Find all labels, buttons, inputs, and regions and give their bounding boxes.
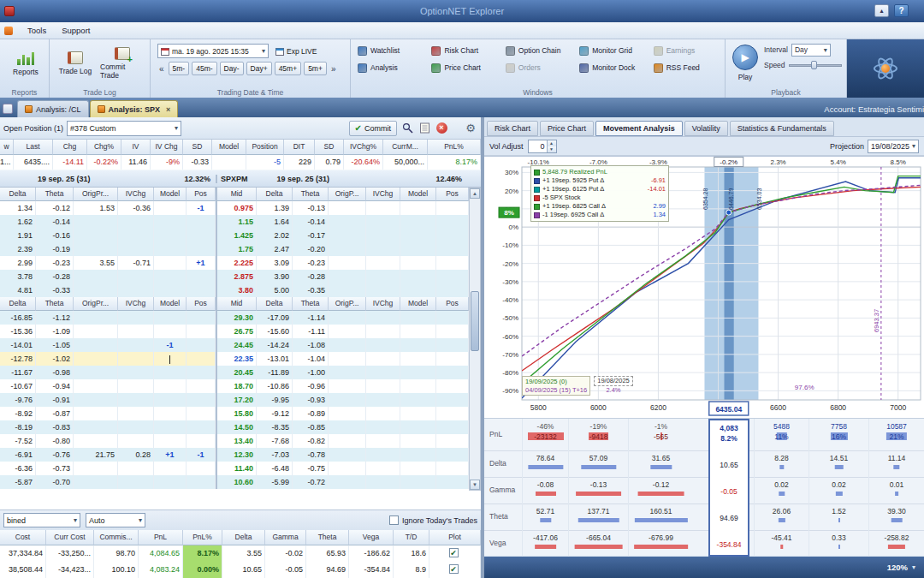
chain-cell-r: -0.23 <box>293 256 329 270</box>
tab-volatility[interactable]: Volatility <box>684 121 728 136</box>
chain-row-call-0[interactable]: 1.34-0.121.53-0.36-10.9751.39-0.13 <box>0 201 481 215</box>
chain-row-put-3[interactable]: -12.78-1.0222.35-13.01-1.04 <box>0 352 481 366</box>
current-greek-value-3: -0.05 <box>710 486 748 497</box>
chain-row-call-4[interactable]: 2.99-0.233.55-0.71+12.2253.09-0.23 <box>0 256 481 270</box>
chain-row-put-12[interactable]: -5.87-0.7010.60-5.99-0.72 <box>0 475 481 489</box>
tab-close-icon[interactable]: × <box>166 105 170 114</box>
summary-header-row: wLastChgChg%IVIV ChgSDModelPositionDITSD… <box>0 140 481 155</box>
title-bar: OptionNET Explorer ▴ ? <box>0 0 924 22</box>
time-nav-day[interactable]: Day- <box>220 62 244 75</box>
position-preset-dropdown[interactable]: #378 Custom ▾ <box>67 121 181 136</box>
chain-mid-cell: 0.975 <box>216 201 257 215</box>
chain-cell: -0.28 <box>36 270 74 283</box>
tabstrip-menu-icon[interactable] <box>3 104 13 114</box>
commit-button[interactable]: ✔ Commit <box>349 121 397 136</box>
greek-bar <box>779 492 785 496</box>
menu-support[interactable]: Support <box>54 23 98 38</box>
chain-row-put-0[interactable]: -16.85-1.1229.30-17.09-1.14 <box>0 311 481 325</box>
current-date-box: 19/08/2025 <box>594 376 633 386</box>
window-toggle-price-chart[interactable]: Price Chart <box>428 59 499 76</box>
window-toggle-risk-chart[interactable]: Risk Chart <box>428 42 499 59</box>
chain-row-put-2[interactable]: -14.01-1.05-124.45-14.24-1.08 <box>0 338 481 352</box>
settings-gear-icon[interactable]: ⚙ <box>464 122 477 135</box>
exp-live-button[interactable]: Exp LIVE <box>271 44 321 58</box>
nav-rewind-icon[interactable]: « <box>157 64 166 74</box>
tab-price-chart[interactable]: Price Chart <box>540 121 594 136</box>
projection-date-dropdown[interactable]: 19/08/2025 ▾ <box>868 140 919 153</box>
legend-text: +1 19sep. 6825 Call Δ <box>542 202 650 211</box>
scroll-thumb[interactable] <box>471 291 479 351</box>
commit-trade-button[interactable]: Commit Trade <box>100 42 145 85</box>
theta-value: 1.52 <box>809 506 868 516</box>
window-toggle-option-chain[interactable]: Option Chain <box>502 42 573 59</box>
chain-scrollbar[interactable]: ▲▼ <box>469 188 481 491</box>
auto-mode-dropdown[interactable]: Auto ▾ <box>86 513 145 527</box>
chain-row-put-10[interactable]: -6.91-0.7621.750.28+1-112.30-7.03-0.78 <box>0 448 481 462</box>
window-toggle-rss-feed[interactable]: RSS Feed <box>650 59 721 76</box>
scroll-up-icon[interactable]: ▲ <box>470 188 480 199</box>
chain-row-call-1[interactable]: 1.62-0.141.151.64-0.14 <box>0 215 481 229</box>
chain-row-put-4[interactable]: -11.67-0.9820.45-11.89-1.00 <box>0 366 481 379</box>
menu-tools[interactable]: Tools <box>20 23 54 38</box>
plot-checkbox[interactable]: ✔ <box>449 564 459 574</box>
play-button[interactable]: ▶ Play <box>729 42 761 83</box>
spin-down-icon[interactable]: ▼ <box>548 146 556 152</box>
journal-icon[interactable] <box>418 122 431 135</box>
time-nav-day[interactable]: Day+ <box>246 62 272 75</box>
quick-access-icon[interactable] <box>4 27 13 35</box>
chain-row-put-9[interactable]: -7.52-0.8013.40-7.68-0.82 <box>0 434 481 448</box>
close-position-icon[interactable]: × <box>435 122 448 135</box>
reports-button[interactable]: Reports <box>3 42 48 85</box>
vol-adjust-spinner[interactable]: 0 ▲▼ <box>528 140 557 153</box>
window-toggle-monitor-dock[interactable]: Monitor Dock <box>576 59 647 76</box>
tab-risk-chart[interactable]: Risk Chart <box>487 121 538 136</box>
time-nav-5m[interactable]: 5m- <box>169 62 190 75</box>
window-toggle-monitor-grid[interactable]: Monitor Grid <box>576 42 647 59</box>
tab-statistics-fundamentals[interactable]: Statistics & Fundamentals <box>730 121 834 136</box>
chain-cell-r <box>329 311 366 325</box>
summary-cell-3: -0.22% <box>87 155 121 170</box>
ribbon-collapse-icon[interactable]: ▴ <box>874 4 889 17</box>
plot-checkbox[interactable]: ✔ <box>449 548 459 557</box>
ignore-trades-checkbox[interactable] <box>389 515 399 525</box>
zoom-caret-icon[interactable]: ▾ <box>912 563 915 571</box>
summary-data-row[interactable]: 1...6435....-14.11-0.22%11.46-9%-0.33-52… <box>0 155 481 170</box>
chain-row-put-8[interactable]: -8.19-0.8314.50-8.35-0.85 <box>0 420 481 434</box>
chain-row-call-2[interactable]: 1.91-0.161.4252.02-0.17 <box>0 229 481 242</box>
window-toggle-watchlist[interactable]: Watchlist <box>354 42 425 59</box>
current-greek-value-0: 4,083 <box>710 423 748 433</box>
time-nav-5m[interactable]: 5m+ <box>304 62 327 75</box>
chain-row-call-6[interactable]: 4.81-0.333.805.00-0.35 <box>0 283 481 297</box>
interval-dropdown[interactable]: Day ▾ <box>791 44 831 57</box>
chain-row-put-1[interactable]: -15.36-1.0926.75-15.60-1.11 <box>0 325 481 338</box>
stats-row-1[interactable]: 38,508.44-34,423...100.104,083.240.00%10… <box>0 562 481 578</box>
trade-log-button[interactable]: Trade Log <box>53 42 98 85</box>
chain-row-call-3[interactable]: 2.39-0.191.752.47-0.20 <box>0 242 481 256</box>
spin-up-icon[interactable]: ▲ <box>548 140 556 146</box>
chain-row-call-5[interactable]: 3.78-0.282.8753.90-0.28 <box>0 270 481 283</box>
document-tab-strip: Analysis: /CLAnalysis: SPX× Account: Est… <box>0 98 924 117</box>
chain-cell-r <box>366 270 400 283</box>
chain-row-put-11[interactable]: -6.36-0.7311.40-6.48-0.75 <box>0 462 481 475</box>
date-dropdown-caret-icon[interactable]: ▾ <box>262 47 265 55</box>
stats-cell: 100.10 <box>94 562 139 578</box>
chain-row-put-5[interactable]: -10.67-0.9418.70-10.86-0.96 <box>0 379 481 393</box>
time-nav-45m[interactable]: 45m- <box>192 62 216 75</box>
view-mode-dropdown[interactable]: bined ▾ <box>3 513 80 527</box>
summary-header-11: IVChg% <box>344 140 383 155</box>
stats-row-0[interactable]: 37,334.84-33,250...98.704,084.658.17%3.5… <box>0 545 481 562</box>
speed-slider[interactable] <box>789 61 842 69</box>
doc-tab-analysisspx[interactable]: Analysis: SPX× <box>90 100 179 117</box>
date-time-field[interactable]: ma. 19 ago. 2025 15:35 ▾ <box>157 44 269 58</box>
help-icon[interactable]: ? <box>894 4 909 17</box>
zoom-search-icon[interactable] <box>400 122 414 135</box>
chain-row-put-7[interactable]: -8.92-0.8715.80-9.12-0.89 <box>0 407 481 420</box>
chain-row-put-6[interactable]: -9.76-0.9117.20-9.95-0.93 <box>0 393 481 407</box>
speed-slider-thumb[interactable] <box>811 61 817 69</box>
nav-forward-icon[interactable]: » <box>329 64 338 74</box>
tab-movement-analysis[interactable]: Movement Analysis <box>595 121 683 136</box>
time-nav-45m[interactable]: 45m+ <box>275 62 302 75</box>
scroll-down-icon[interactable]: ▼ <box>470 480 480 490</box>
window-toggle-analysis[interactable]: Analysis <box>354 59 425 76</box>
doc-tab-analysiscl[interactable]: Analysis: /CL <box>17 100 89 117</box>
